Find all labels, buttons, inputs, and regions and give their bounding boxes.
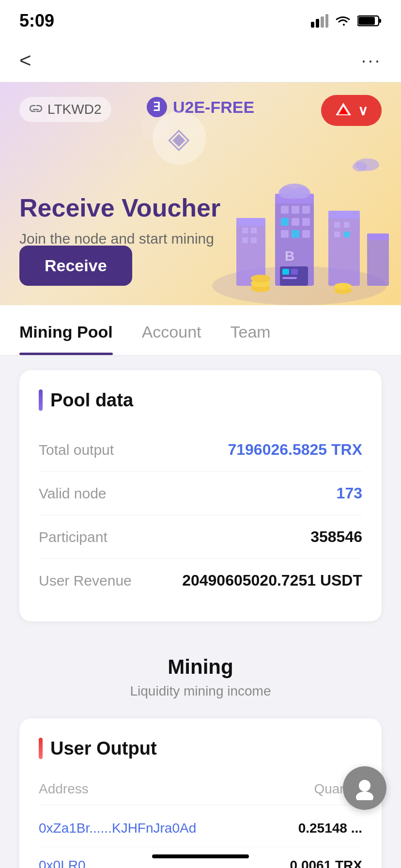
hero-badge: LTKWD2 <box>19 97 111 122</box>
svg-point-39 <box>334 283 352 290</box>
svg-rect-17 <box>302 218 310 226</box>
battery-icon <box>357 15 382 27</box>
user-output-title: User Output <box>39 738 362 759</box>
svg-point-51 <box>356 791 373 800</box>
wifi-icon <box>334 14 352 28</box>
pool-data-card: Pool data Total output 7196026.5825 TRX … <box>19 370 382 621</box>
svg-rect-6 <box>358 17 375 25</box>
status-bar: 5:09 <box>0 0 401 39</box>
mining-title: Mining <box>19 655 382 679</box>
valid-node-label: Valid node <box>39 485 107 502</box>
tab-account[interactable]: Account <box>142 305 201 355</box>
pool-total-output-row: Total output 7196026.5825 TRX <box>39 428 362 472</box>
nav-bar: < ··· <box>0 39 401 82</box>
svg-rect-2 <box>321 16 324 28</box>
svg-rect-41 <box>282 269 289 275</box>
address-cell-2: 0x0LR0...... <box>39 858 108 868</box>
svg-rect-28 <box>328 211 360 218</box>
svg-rect-13 <box>292 206 299 214</box>
pool-participant-row: Participant 358546 <box>39 515 362 559</box>
badge-text: LTKWD2 <box>47 102 102 117</box>
participant-label: Participant <box>39 529 108 545</box>
svg-rect-15 <box>281 218 289 226</box>
tab-team[interactable]: Team <box>231 305 271 355</box>
tron-btn-label: ∨ <box>358 103 368 119</box>
svg-point-48 <box>353 162 367 171</box>
pool-data-section: Pool data Total output 7196026.5825 TRX … <box>0 356 401 636</box>
svg-rect-20 <box>302 230 310 238</box>
svg-rect-42 <box>291 269 298 275</box>
tabs-section: Mining Pool Account Team <box>0 305 401 356</box>
svg-rect-12 <box>281 206 289 214</box>
hero-title: Receive Voucher <box>19 193 220 223</box>
participant-value: 358546 <box>310 528 362 546</box>
link-icon <box>29 103 43 116</box>
city-illustration: B <box>202 121 401 305</box>
pool-valid-node-row: Valid node 173 <box>39 472 362 515</box>
quantity-cell-2: 0.0061 TRX <box>290 858 362 868</box>
mining-subtitle: Liquidity mining income <box>19 683 382 699</box>
svg-rect-19 <box>292 230 299 238</box>
svg-rect-33 <box>367 237 389 286</box>
user-output-card: User Output Address Quant... 0xZa1Br....… <box>19 718 382 868</box>
table-header: Address Quant... <box>39 774 362 805</box>
total-output-label: Total output <box>39 442 114 458</box>
hero-subtitle: Join the node and start mining <box>19 231 214 247</box>
back-button[interactable]: < <box>19 49 31 72</box>
total-output-value: 7196026.5825 TRX <box>228 441 362 459</box>
status-icons <box>311 14 382 28</box>
receive-button[interactable]: Receive <box>19 246 132 286</box>
svg-rect-16 <box>292 218 299 226</box>
address-cell-1: 0xZa1Br......KJHFnJra0Ad <box>39 821 196 836</box>
address-header: Address <box>39 781 89 797</box>
mining-section: Mining Liquidity mining income <box>0 636 401 709</box>
svg-rect-3 <box>325 14 328 28</box>
pool-user-revenue-row: User Revenue 20490605020.7251 USDT <box>39 559 362 602</box>
title-bar-decoration <box>39 389 43 411</box>
svg-rect-31 <box>334 232 340 237</box>
logo-icon: Ǝ <box>147 97 167 117</box>
svg-rect-14 <box>302 206 310 214</box>
svg-rect-43 <box>282 277 297 279</box>
hero-banner: LTKWD2 Ǝ U2E-FREE ∨ ◈ <box>0 82 401 305</box>
svg-point-46 <box>293 187 310 199</box>
user-revenue-label: User Revenue <box>39 573 132 589</box>
svg-rect-32 <box>344 232 350 237</box>
more-button[interactable]: ··· <box>361 50 382 71</box>
svg-rect-34 <box>367 233 389 240</box>
svg-rect-5 <box>379 19 381 23</box>
decoration-bubble <box>126 150 140 165</box>
quantity-cell-1: 0.25148 ... <box>298 821 362 836</box>
svg-rect-0 <box>311 22 314 28</box>
avatar-icon <box>353 776 377 800</box>
svg-rect-29 <box>334 222 340 228</box>
home-indicator <box>152 854 249 858</box>
floating-avatar[interactable] <box>343 766 386 810</box>
table-row: 0xZa1Br......KJHFnJra0Ad 0.25148 ... <box>39 810 362 847</box>
tron-icon <box>335 102 352 119</box>
hero-logo: Ǝ U2E-FREE <box>147 97 254 117</box>
svg-rect-1 <box>316 19 319 28</box>
red-title-bar <box>39 738 43 759</box>
valid-node-value: 173 <box>337 484 362 502</box>
signal-icon <box>311 14 328 28</box>
svg-rect-30 <box>344 222 350 228</box>
svg-rect-18 <box>281 230 289 238</box>
svg-point-50 <box>359 780 370 791</box>
svg-rect-22 <box>236 218 265 226</box>
svg-text:B: B <box>285 248 294 264</box>
decoration-bubble <box>165 179 174 189</box>
svg-rect-25 <box>242 237 248 243</box>
tab-mining-pool[interactable]: Mining Pool <box>19 305 113 355</box>
svg-point-37 <box>251 275 270 282</box>
svg-rect-23 <box>242 228 248 233</box>
svg-rect-24 <box>251 228 257 233</box>
pool-data-title: Pool data <box>39 389 362 411</box>
tabs-row: Mining Pool Account Team <box>19 305 382 355</box>
coin-decoration: ◈ <box>153 111 206 165</box>
user-revenue-value: 20490605020.7251 USDT <box>182 572 362 589</box>
status-time: 5:09 <box>19 11 54 31</box>
svg-rect-26 <box>251 237 257 243</box>
